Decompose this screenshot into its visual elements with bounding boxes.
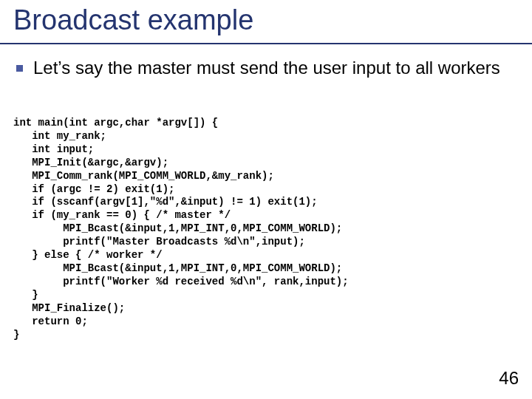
slide: Broadcast example Let’s say the master m… [0,0,532,399]
page-number: 46 [499,368,519,389]
title-underline [0,43,532,44]
slide-title: Broadcast example [13,4,253,36]
bullet-text: Let’s say the master must send the user … [33,58,500,79]
bullet-block: Let’s say the master must send the user … [16,58,504,79]
code-block: int main(int argc,char *argv[]) { int my… [13,117,349,341]
bullet-square-icon [16,65,23,72]
bullet-row: Let’s say the master must send the user … [16,58,504,79]
